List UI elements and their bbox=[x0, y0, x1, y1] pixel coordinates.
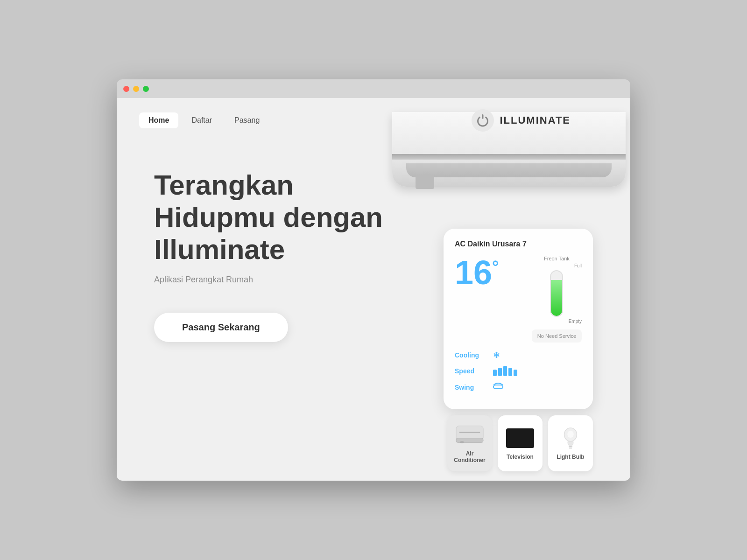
ac-control-card: AC Daikin Urusara 7 16° Freon Tank Full … bbox=[444, 229, 593, 409]
device-card-bulb[interactable]: Light Bulb bbox=[548, 415, 593, 471]
ac-card-main: 16° Freon Tank Full Empty No Need Servic… bbox=[455, 256, 582, 343]
temperature-display: 16° bbox=[455, 256, 499, 289]
freon-full-label: Full bbox=[574, 263, 582, 268]
nav-daftar[interactable]: Daftar bbox=[182, 112, 221, 128]
freon-tank-fill bbox=[551, 280, 562, 316]
freon-label: Freon Tank bbox=[544, 256, 570, 261]
device-card-ac[interactable]: Air Conditioner bbox=[447, 415, 492, 471]
browser-titlebar bbox=[117, 79, 630, 98]
freon-empty-label: Empty bbox=[569, 319, 582, 324]
device-cards-row: Air Conditioner Television bbox=[447, 415, 593, 471]
device-card-tv[interactable]: Television bbox=[498, 415, 543, 471]
service-status: No Need Service bbox=[532, 329, 582, 343]
bulb-device-label: Light Bulb bbox=[557, 454, 584, 460]
stat-cooling: Cooling ❄ bbox=[455, 350, 582, 360]
svg-rect-0 bbox=[493, 385, 503, 389]
power-icon bbox=[472, 109, 494, 132]
maximize-button[interactable] bbox=[143, 86, 149, 92]
logo-text: ILLUMINATE bbox=[500, 114, 571, 126]
speed-bars bbox=[493, 366, 517, 376]
svg-rect-4 bbox=[460, 441, 464, 443]
close-button[interactable] bbox=[123, 86, 129, 92]
minimize-button[interactable] bbox=[133, 86, 139, 92]
temperature-value: 16° bbox=[455, 254, 499, 291]
nav-pasang[interactable]: Pasang bbox=[225, 112, 269, 128]
swing-icon bbox=[493, 382, 503, 392]
tv-device-label: Television bbox=[507, 454, 534, 460]
stat-speed: Speed bbox=[455, 366, 582, 376]
swing-label: Swing bbox=[455, 384, 487, 391]
browser-content: Home Daftar Pasang ILLUMINATE Terangkan … bbox=[117, 98, 630, 481]
cooling-label: Cooling bbox=[455, 351, 487, 359]
ac-device-label: Air Conditioner bbox=[451, 450, 488, 464]
speed-bar-2 bbox=[498, 368, 502, 376]
main-nav: Home Daftar Pasang ILLUMINATE bbox=[117, 98, 630, 132]
speed-label: Speed bbox=[455, 367, 487, 375]
freon-tank-section: Freon Tank Full Empty No Need Service bbox=[532, 256, 582, 343]
ac-device-icon bbox=[456, 423, 484, 447]
speed-bar-3 bbox=[503, 366, 507, 376]
nav-home[interactable]: Home bbox=[139, 112, 178, 128]
hero-title: Terangkan Hidupmu dengan Illuminate bbox=[154, 169, 416, 266]
tv-screen bbox=[506, 428, 534, 448]
speed-bar-4 bbox=[508, 368, 512, 376]
browser-window: Home Daftar Pasang ILLUMINATE Terangkan … bbox=[117, 79, 630, 481]
cta-button[interactable]: Pasang Sekarang bbox=[154, 313, 288, 342]
snowflake-icon: ❄ bbox=[493, 350, 500, 360]
freon-tank-visual bbox=[550, 270, 563, 317]
svg-rect-2 bbox=[456, 438, 483, 442]
ac-card-title: AC Daikin Urusara 7 bbox=[455, 240, 582, 248]
bulb-device-icon bbox=[557, 427, 585, 450]
speed-bar-1 bbox=[493, 370, 497, 376]
svg-point-8 bbox=[567, 430, 573, 437]
stat-swing: Swing bbox=[455, 382, 582, 392]
nav-links: Home Daftar Pasang bbox=[139, 112, 269, 128]
ac-stats: Cooling ❄ Speed Swing bbox=[455, 350, 582, 392]
brand-logo: ILLUMINATE bbox=[472, 109, 571, 132]
tv-device-icon bbox=[506, 427, 534, 450]
speed-bar-5 bbox=[514, 370, 517, 376]
